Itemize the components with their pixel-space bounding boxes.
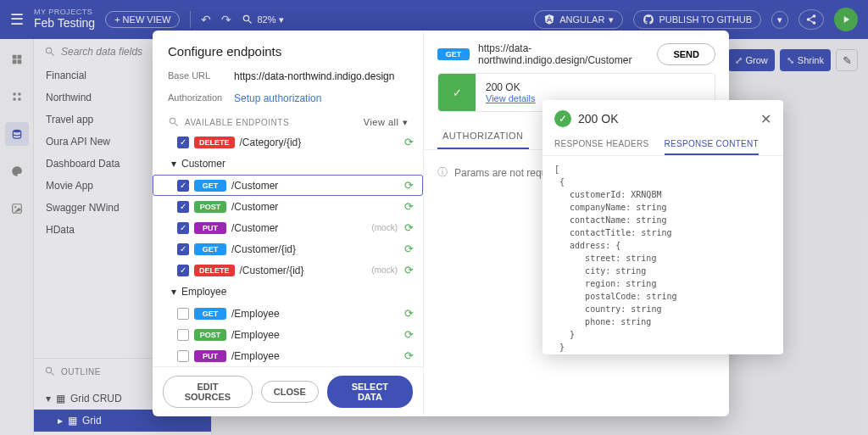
modal-overlay: Configure endpoints Base URL https://dat…: [0, 0, 868, 435]
endpoint-verb: DELETE: [194, 137, 235, 148]
edit-sources-button[interactable]: EDIT SOURCES: [163, 376, 253, 408]
endpoint-path: /Customer: [231, 180, 399, 192]
mock-label: (mock): [371, 265, 398, 275]
endpoint-checkbox[interactable]: [177, 350, 189, 362]
endpoint-path: /Customer/{id}: [240, 265, 367, 276]
base-url-label: Base URL: [168, 70, 234, 82]
endpoint-checkbox[interactable]: [177, 329, 189, 341]
endpoint-checkbox[interactable]: ✓: [177, 222, 189, 234]
endpoint-verb: POST: [194, 201, 226, 213]
endpoint-verb: PUT: [194, 222, 226, 234]
chevron-down-icon: ▾: [171, 286, 176, 298]
endpoint-row[interactable]: PUT/Employee⟳: [153, 345, 423, 366]
base-url-value: https://data-northwind.indigo.design: [234, 70, 394, 82]
endpoint-row[interactable]: GET/Employee⟳: [153, 303, 423, 324]
endpoint-row[interactable]: ✓POST/Customer⟳: [153, 196, 423, 217]
refresh-icon[interactable]: ⟳: [404, 264, 414, 276]
endpoint-row[interactable]: POST/Employee⟳: [153, 324, 423, 345]
check-icon: ✓: [554, 110, 571, 127]
refresh-icon[interactable]: ⟳: [404, 200, 414, 213]
check-icon: ✓: [438, 74, 476, 111]
endpoint-checkbox[interactable]: ✓: [177, 180, 189, 192]
chevron-down-icon: ▾: [403, 117, 409, 128]
endpoint-checkbox[interactable]: ✓: [177, 265, 189, 276]
avail-label: AVAILABLE ENDPOINTS: [185, 118, 289, 127]
response-body[interactable]: [ { customerId: XRNQBM companyName: stri…: [542, 156, 783, 354]
request-verb: GET: [437, 48, 470, 60]
view-all-link[interactable]: View all ▾: [364, 117, 408, 128]
endpoints-list[interactable]: ✓DELETE/Category/{id}⟳▾ Customer✓GET/Cus…: [153, 131, 423, 366]
mock-label: (mock): [371, 223, 398, 232]
select-data-button[interactable]: SELECT DATA: [327, 376, 413, 408]
endpoint-row[interactable]: ✓DELETE/Category/{id}⟳: [153, 131, 423, 153]
endpoint-path: /Employee: [231, 329, 399, 341]
endpoint-verb: POST: [194, 329, 226, 341]
params-text: Params are not requir: [454, 167, 553, 179]
refresh-icon[interactable]: ⟳: [404, 243, 414, 255]
endpoint-row[interactable]: ✓DELETE/Customer/{id}(mock)⟳: [153, 259, 423, 281]
info-icon: ⓘ: [437, 165, 448, 180]
endpoint-checkbox[interactable]: ✓: [177, 201, 189, 213]
dialog-title: Configure endpoints: [153, 31, 423, 65]
search-icon: [168, 116, 180, 128]
endpoint-path: /Customer: [231, 222, 366, 234]
endpoint-verb: GET: [194, 180, 226, 192]
refresh-icon[interactable]: ⟳: [404, 179, 414, 192]
endpoint-path: /Customer/{id}: [231, 243, 399, 255]
endpoint-path: /Customer: [231, 201, 399, 213]
setup-auth-link[interactable]: Setup authorization: [234, 92, 321, 104]
endpoint-checkbox[interactable]: ✓: [177, 243, 189, 255]
available-endpoints-header: AVAILABLE ENDPOINTS View all ▾: [153, 109, 423, 131]
endpoint-group[interactable]: ▾ Customer: [153, 153, 423, 175]
dialog-footer: EDIT SOURCES CLOSE SELECT DATA: [153, 366, 423, 416]
dialog-left: Configure endpoints Base URL https://dat…: [153, 31, 424, 416]
endpoint-verb: GET: [194, 308, 226, 320]
endpoint-verb: GET: [194, 243, 226, 255]
endpoint-group[interactable]: ▾ Employee: [153, 281, 423, 303]
popover-tabs: RESPONSE HEADERS RESPONSE CONTENT: [542, 134, 783, 156]
close-button[interactable]: CLOSE: [261, 381, 319, 403]
endpoint-checkbox[interactable]: [177, 308, 189, 320]
base-url-row: Base URL https://data-northwind.indigo.d…: [153, 65, 423, 87]
endpoint-checkbox[interactable]: ✓: [177, 137, 189, 148]
refresh-icon[interactable]: ⟳: [404, 328, 414, 341]
endpoint-path: /Category/{id}: [240, 137, 399, 148]
refresh-icon[interactable]: ⟳: [404, 136, 414, 148]
refresh-icon[interactable]: ⟳: [404, 307, 414, 320]
response-popover: ✓ 200 OK ✕ RESPONSE HEADERS RESPONSE CON…: [542, 100, 783, 354]
popover-status: 200 OK: [578, 112, 618, 125]
endpoint-row[interactable]: ✓PUT/Customer(mock)⟳: [153, 217, 423, 238]
refresh-icon[interactable]: ⟳: [404, 221, 414, 234]
close-icon[interactable]: ✕: [760, 111, 771, 127]
endpoint-path: /Employee: [231, 350, 399, 362]
endpoint-row[interactable]: ✓GET/Customer⟳: [153, 175, 423, 196]
auth-row: Authorization Setup authorization: [153, 87, 423, 109]
endpoint-verb: PUT: [194, 350, 226, 362]
status-text: 200 OK: [486, 81, 520, 93]
popover-header: ✓ 200 OK ✕: [542, 100, 783, 134]
refresh-icon[interactable]: ⟳: [404, 349, 414, 362]
view-details-link[interactable]: View details: [486, 93, 536, 103]
request-url: https://data-northwind.indigo.design/Cus…: [478, 42, 648, 66]
endpoint-path: /Employee: [231, 308, 399, 320]
send-button[interactable]: SEND: [657, 43, 715, 65]
endpoint-row[interactable]: ✓GET/Customer/{id}⟳: [153, 238, 423, 259]
tab-response-headers[interactable]: RESPONSE HEADERS: [554, 134, 649, 155]
request-row: GET https://data-northwind.indigo.design…: [424, 31, 729, 73]
auth-label: Authorization: [168, 92, 234, 104]
tab-authorization[interactable]: AUTHORIZATION: [437, 124, 529, 149]
chevron-down-icon: ▾: [171, 158, 176, 170]
endpoint-verb: DELETE: [194, 265, 235, 276]
tab-response-content[interactable]: RESPONSE CONTENT: [665, 134, 759, 155]
